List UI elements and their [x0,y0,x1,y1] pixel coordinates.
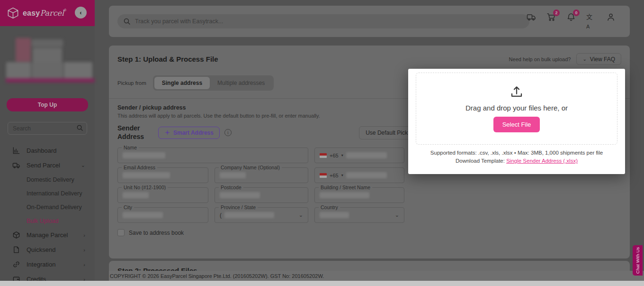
chevron-right-icon: › [83,247,85,253]
skeleton-block [32,62,63,78]
truck-icon [12,161,20,169]
redacted-value [346,152,387,158]
sidebar-search [8,122,87,135]
top-up-button[interactable]: Top Up [7,98,88,111]
sidebar-item-label: Integration [27,261,83,268]
upload-icon [510,85,524,99]
profile-skeleton [0,37,95,94]
caret-down-icon: ▾ [341,153,343,157]
singapore-flag-icon [320,153,327,158]
sidebar-item-integration[interactable]: Integration › [0,257,95,272]
help-text: Need help on bulk upload? [509,56,571,62]
country-label: Country [319,204,340,210]
name-field[interactable]: Name [117,148,308,163]
province-state-label: Province / State [219,204,258,210]
chat-tab-label: Chat With Us [635,247,640,274]
company-field[interactable]: Company Name (Optional) [215,167,308,183]
tab-single-address[interactable]: Single address [154,77,210,89]
sidebar-item-label: Manage Parcel [27,231,83,239]
chevron-right-icon: › [83,262,85,268]
notifications-badge: 0 [573,9,580,16]
horizontal-scrollbar[interactable] [0,281,644,286]
redacted-value [224,212,274,218]
upload-modal: Drag and drop your files here, or Select… [408,69,625,174]
building-street-field[interactable]: Building / Street Name [314,187,404,203]
shipments-truck-icon[interactable] [527,12,536,22]
info-icon[interactable]: i [224,129,232,136]
skeleton-block [64,62,92,78]
account-person-icon[interactable] [606,12,616,22]
redacted-value [123,152,165,158]
top-bar: 2 0 文A [109,6,630,37]
template-download-link[interactable]: Single Sender Address (.xlsx) [506,158,578,164]
phone-field-2[interactable]: +65 ▾ [314,167,404,183]
step1-title: Step 1: Upload & Process File [117,55,218,63]
skeleton-block [16,38,31,62]
notifications-bell-icon[interactable]: 0 [566,12,576,22]
topbar-icons: 2 0 文A [527,12,616,22]
unit-no-field-label: Unit No (#12-1900) [122,185,168,190]
redacted-value [220,172,246,178]
drag-drop-text: Drag and drop your files here, or [465,104,568,112]
smart-address-button[interactable]: Smart Address [158,127,220,139]
phone-field-1[interactable]: +65 ▾ [314,148,404,163]
sidebar-item-send-parcel[interactable]: Send Parcel ⌄ [0,158,95,173]
redacted-value [320,212,349,218]
logo-text: easyParcel® [23,9,66,18]
select-file-button[interactable]: Select File [493,117,540,132]
redacted-value [123,192,149,198]
sidebar-search-input[interactable] [8,122,87,135]
download-template-label: Download Template: [456,158,506,164]
footer: COPYRIGHT © 2026 EasyParcel Singapore Pt… [109,271,644,281]
redacted-value [123,212,163,218]
chevron-down-icon: ⌄ [299,212,303,218]
sidebar-item-domestic-delivery[interactable]: Domestic Delivery [0,173,95,186]
download-template-row: Download Template: Single Sender Address… [408,157,625,165]
view-faq-label: View FAQ [590,56,615,63]
cube-logo-icon [7,7,19,19]
chevron-down-icon: ⌄ [81,162,85,168]
building-street-field-label: Building / Street Name [319,185,372,190]
file-dropzone[interactable]: Drag and drop your files here, or Select… [416,73,617,145]
cart-icon[interactable]: 2 [546,12,556,22]
company-field-label: Company Name (Optional) [219,165,282,170]
postcode-field[interactable]: Postcode [215,187,308,203]
sidebar-item-on-demand-delivery[interactable]: On-Demand Delivery [0,200,95,214]
sidebar-collapse-button[interactable]: ‹ [75,7,87,18]
unit-no-field[interactable]: Unit No (#12-1900) [117,187,208,203]
sidebar-item-quicksend[interactable]: Quicksend › [0,242,95,257]
email-field[interactable]: Email Address [117,167,208,183]
skeleton-block [32,39,63,47]
sidebar-item-manage-parcel[interactable]: Manage Parcel › [0,228,95,242]
sidebar-item-dashboard[interactable]: Dashboard [0,143,95,158]
save-address-checkbox[interactable] [117,229,125,236]
easyparcel-logo[interactable]: easyParcel® [7,7,66,19]
view-faq-button[interactable]: ⌄ View FAQ [576,53,621,65]
sidebar-nav: Dashboard Send Parcel ⌄ Domestic Deliver… [0,143,95,286]
province-state-select[interactable]: Province / State ( ⌄ [215,207,308,223]
copyright-text: COPYRIGHT © 2026 EasyParcel Singapore Pt… [109,273,324,279]
sparkle-icon [164,129,170,136]
phone-country-code: +65 [330,173,339,178]
chat-with-us-tab[interactable]: Chat With Us [633,245,643,276]
sidebar-item-bulk-upload[interactable]: Bulk Upload [0,214,95,228]
skeleton-block [6,62,31,78]
search-icon [76,124,83,131]
city-field[interactable]: City [117,207,208,223]
track-search-input[interactable] [135,18,524,25]
chevron-down-icon: ⌄ [582,56,586,62]
language-translate-icon[interactable]: 文A [586,12,596,22]
link-icon [12,260,20,268]
country-select[interactable]: Country ⌄ [314,207,404,223]
redacted-value [320,192,369,198]
skeleton-bar [6,78,95,83]
redacted-value [346,172,387,178]
save-to-address-book[interactable]: Save to address book [117,229,621,236]
province-value-prefix: ( [220,212,222,219]
sidebar-item-international-delivery[interactable]: International Delivery [0,186,95,200]
postcode-field-label: Postcode [219,185,243,190]
cart-badge: 2 [553,9,560,16]
sidebar-header: easyParcel® ‹ [0,0,95,26]
supported-formats-text: Supported formats: .csv, .xls, .xlsx • M… [408,149,625,157]
tab-multiple-addresses[interactable]: Multiple addresses [210,77,272,89]
